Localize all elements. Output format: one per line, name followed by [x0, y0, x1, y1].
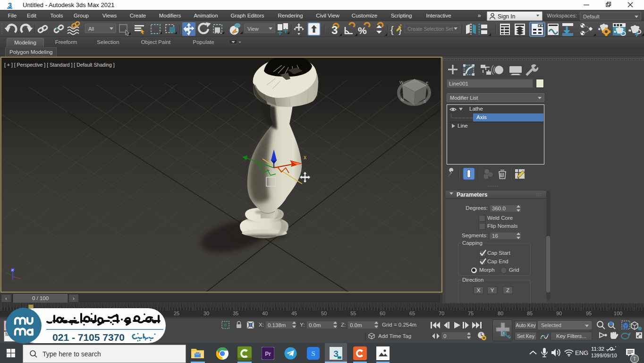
svg-text:{: {: [390, 25, 394, 35]
svg-text:021 - 7105 7370: 021 - 7105 7370: [52, 332, 125, 343]
svg-text:S: S: [311, 350, 315, 357]
svg-text:x: x: [304, 154, 306, 161]
svg-text:T: T: [633, 356, 636, 362]
svg-text:S: S: [424, 99, 426, 104]
svg-text:%: %: [358, 25, 367, 36]
svg-text:N: N: [401, 97, 404, 102]
svg-text:Pr: Pr: [265, 351, 271, 357]
svg-text:E: E: [426, 81, 429, 86]
svg-text:3: 3: [331, 24, 338, 36]
svg-text:[ + ] [ Perspective ] [ Standa: [ + ] [ Perspective ] [ Standard ] [ Def…: [4, 62, 115, 68]
svg-text:W: W: [399, 80, 403, 85]
